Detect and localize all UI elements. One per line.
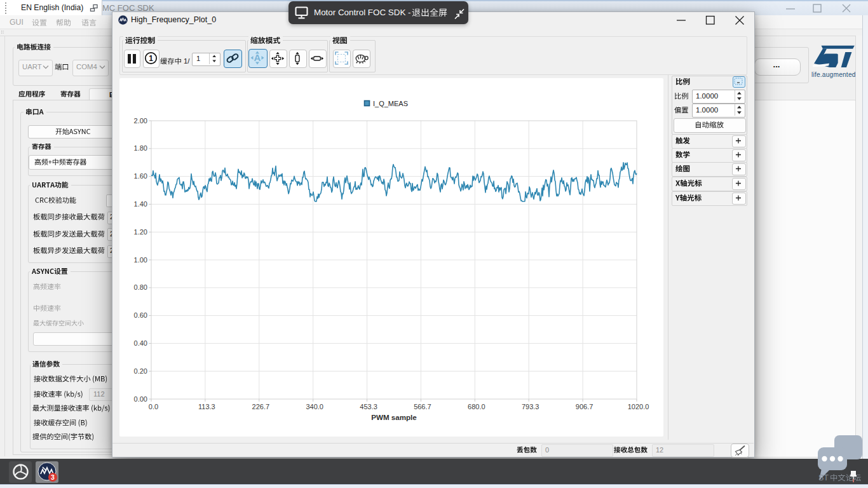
svg-text:3: 3: [51, 473, 55, 481]
